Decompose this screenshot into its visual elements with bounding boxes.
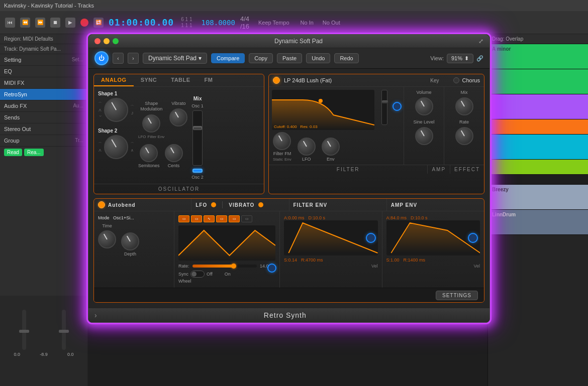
tab-analog[interactable]: ANALOG: [94, 74, 134, 86]
close-icon[interactable]: [94, 38, 101, 44]
fader-values: 0.0 -8.9 0.0: [4, 352, 83, 357]
transport-play[interactable]: ▶: [65, 18, 75, 28]
shape1-area: Shape 1 ⌒Λ⌣ ⌒J: [98, 91, 134, 122]
sidebar-track: Track: Dynamic Soft Pa...: [0, 44, 87, 54]
sidebar-item-stereoout[interactable]: Stereo Out: [0, 123, 87, 135]
filter-env-pane: A:0.00 ms D:10.0 s: [280, 211, 382, 288]
filter-blue-btn[interactable]: [393, 102, 402, 111]
sync-toggle[interactable]: [190, 271, 205, 278]
filter-env-params: A:0.00 ms D:10.0 s: [284, 215, 378, 220]
sidebar-item-setting[interactable]: Setting Set...: [0, 54, 87, 66]
redo-button[interactable]: Redo: [334, 53, 358, 63]
sidebar-item-eq[interactable]: EQ: [0, 66, 87, 77]
lfo-blue-btn[interactable]: [267, 264, 276, 273]
autobend-power-dot[interactable]: [98, 201, 105, 208]
lfo-shape-btn-4[interactable]: ▭: [216, 215, 227, 222]
effect-power-btn[interactable]: [453, 77, 459, 83]
plugin-toolbar: ⏻ ‹ › Dynamic Soft Pad ▾ Compare Copy Pa…: [88, 48, 489, 69]
cents-knob[interactable]: [165, 144, 183, 162]
power-button[interactable]: ⏻: [94, 51, 109, 65]
copy-button[interactable]: Copy: [249, 53, 273, 63]
shape2-knob[interactable]: [104, 135, 128, 159]
preset-dropdown[interactable]: Dynamic Soft Pad ▾: [143, 53, 207, 64]
fader-left[interactable]: [22, 310, 26, 350]
rp-strip-6: [488, 160, 588, 175]
autobend-pane: Mode Osc1+Si... Time Depth: [94, 211, 174, 288]
filter-key-slider[interactable]: [381, 90, 387, 125]
undo-button[interactable]: Undo: [306, 53, 330, 63]
transport-bpm[interactable]: 108.0000: [201, 19, 235, 27]
compare-button[interactable]: Compare: [211, 53, 245, 63]
lower-header-autobend: Autobend: [94, 199, 191, 211]
lfo-shape-btn-3[interactable]: ∿: [204, 215, 215, 222]
autobend-time-wrap: Time: [98, 223, 116, 248]
minimize-icon[interactable]: [104, 38, 110, 44]
effect-rate-knob[interactable]: [455, 127, 473, 145]
shape1-knob[interactable]: [104, 98, 128, 122]
fader-right[interactable]: [62, 310, 66, 350]
shape-modulation-knob-wrap: ShapeModulation LFO Filter Env: [138, 101, 164, 139]
amp-env-pane: A:84.0 ms D:10.0 s: [382, 211, 484, 288]
view-percent-control[interactable]: 91% ⬍: [447, 54, 473, 63]
sidebar-item-sends[interactable]: Sends: [0, 112, 87, 123]
transport-record-btn[interactable]: [80, 19, 88, 27]
tab-table[interactable]: TABLE: [164, 74, 197, 86]
shapes-column: Shape 1 ⌒Λ⌣ ⌒J: [98, 91, 134, 180]
filter-fm-knob[interactable]: [273, 132, 291, 150]
tab-sync[interactable]: SYNC: [134, 74, 164, 86]
sidebar-read-btn2[interactable]: Rea...: [24, 149, 44, 156]
effect-mix-knob[interactable]: [455, 97, 473, 115]
expand-icon[interactable]: ⤢: [478, 38, 483, 45]
filter-env-blue-btn[interactable]: [366, 233, 376, 243]
amp-env-svg: [386, 220, 480, 255]
transport-stop[interactable]: ⏹: [50, 18, 60, 28]
amp-sinelevel-knob[interactable]: [415, 127, 433, 145]
vibrato-knob[interactable]: [169, 108, 187, 126]
sidebar-item-group[interactable]: Group Tr...: [0, 135, 87, 147]
link-icon[interactable]: 🔗: [476, 55, 483, 62]
amp-volume-knob[interactable]: [415, 97, 433, 115]
filter-env-knob-wrap: Env: [322, 138, 340, 162]
mix-slider[interactable]: [192, 110, 203, 166]
settings-button[interactable]: SETTINGS: [436, 291, 478, 300]
autobend-time-knob[interactable]: [98, 230, 116, 248]
rate-bar[interactable]: [192, 265, 257, 268]
transport-loop[interactable]: 🔁: [93, 18, 104, 28]
filter-cutoff-label: Cutoff: 0.400 Res: 0.03: [274, 124, 318, 129]
lfo-shape-btn-1[interactable]: ▭: [178, 215, 189, 222]
sidebar-item-retrosynth[interactable]: RetroSyn: [0, 89, 87, 100]
filter-main-area: Cutoff: 0.400 Res: 0.03: [269, 87, 404, 165]
effect-section: Mix Rate: [444, 87, 484, 165]
lfo-shape-btn-5[interactable]: ▭: [229, 215, 240, 222]
mix-osc2-indicator[interactable]: [192, 169, 203, 173]
transport-forward[interactable]: ⏩: [35, 18, 45, 28]
footer-arrow[interactable]: ›: [94, 311, 97, 319]
paste-button[interactable]: Paste: [277, 53, 302, 63]
lfo-shape-btn-2[interactable]: ▭: [191, 215, 202, 222]
settings-bar: SETTINGS: [94, 288, 484, 302]
sidebar-read-btn[interactable]: Read: [4, 149, 22, 156]
filter-knobs: Filter FM Static Env LFO: [269, 130, 404, 165]
filter-power-dot[interactable]: [273, 77, 280, 84]
preset-prev-button[interactable]: ‹: [113, 53, 124, 64]
maximize-icon[interactable]: [113, 38, 119, 44]
filter-env-knob[interactable]: [322, 138, 340, 156]
lfo-curve-svg: [178, 225, 275, 261]
rp-strip-5: [488, 135, 588, 160]
preset-next-button[interactable]: ›: [128, 53, 139, 64]
rp-strip-3: [488, 94, 588, 119]
autobend-depth-knob[interactable]: [121, 232, 139, 250]
transport-rewind[interactable]: ⏮: [5, 18, 15, 28]
filter-header: LP 24dB Lush (Fat) Key Chorus: [269, 74, 484, 87]
shape-modulation-knob[interactable]: [142, 114, 160, 133]
transport-beats: 6 1 11 1 1: [181, 17, 192, 29]
tab-fm[interactable]: FM: [198, 74, 220, 86]
amp-env-blue-btn[interactable]: [468, 233, 478, 243]
semitones-knob[interactable]: [140, 144, 158, 162]
sidebar-item-audiofx[interactable]: Audio FX Au...: [0, 100, 87, 112]
transport-back[interactable]: ⏪: [20, 18, 30, 28]
sidebar-item-midifx[interactable]: MIDI FX: [0, 77, 87, 89]
amp-env-sr-params: S:1.00 R:1400 ms: [386, 258, 480, 263]
filter-lfo-knob[interactable]: [298, 138, 316, 156]
lfo-shape-btn-6[interactable]: ▭: [241, 215, 252, 222]
